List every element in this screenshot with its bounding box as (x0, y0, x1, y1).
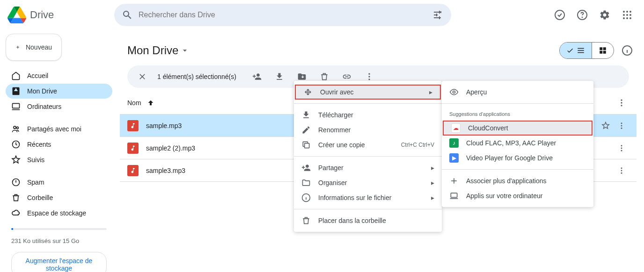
context-menu: Ouvrir avec ▸ Télécharger Renommer Créer… (294, 81, 442, 232)
settings-icon[interactable] (595, 6, 614, 24)
submenu-label: Associer plus d'applications (466, 177, 547, 185)
svg-point-36 (621, 100, 622, 101)
new-button[interactable]: Nouveau (6, 34, 62, 61)
clock-icon (11, 140, 21, 149)
home-icon (11, 71, 21, 80)
menu-download[interactable]: Télécharger (294, 107, 442, 122)
grid-view-button[interactable] (592, 43, 614, 58)
menu-open-with[interactable]: Ouvrir avec ▸ (295, 85, 441, 100)
sidebar-item-spam[interactable]: Spam (6, 175, 112, 190)
svg-rect-48 (305, 143, 309, 148)
spam-icon (11, 178, 21, 187)
offline-icon[interactable] (550, 6, 569, 24)
column-name[interactable]: Nom (127, 95, 300, 110)
sidebar-item-label: Partagés avec moi (27, 125, 81, 133)
menu-rename[interactable]: Renommer (294, 122, 442, 137)
apps-icon[interactable] (618, 6, 637, 24)
sidebar-item-computers[interactable]: Ordinateurs (6, 99, 112, 114)
edit-icon (301, 125, 311, 135)
main-header: Mon Drive (120, 34, 637, 65)
row-star-icon[interactable] (598, 118, 613, 133)
share-button[interactable] (248, 67, 266, 86)
submenu-label: Applis sur votre ordinateur (466, 192, 542, 200)
close-icon (138, 72, 147, 81)
audio-file-icon (127, 165, 139, 176)
breadcrumb[interactable]: Mon Drive (127, 44, 190, 57)
upgrade-button[interactable]: Augmenter l'espace de stockage (11, 252, 107, 272)
audio-file-icon (127, 143, 139, 154)
video-player-icon: ▶ (449, 153, 459, 163)
row-more-icon[interactable] (614, 163, 629, 178)
row-more-icon[interactable] (614, 141, 629, 156)
info-icon[interactable] (618, 41, 637, 60)
column-more-button[interactable] (614, 95, 629, 110)
header-icons (550, 6, 637, 24)
svg-rect-10 (438, 17, 441, 18)
svg-point-11 (555, 10, 564, 20)
svg-rect-23 (13, 103, 20, 108)
submenu-label: Video Player for Google Drive (466, 154, 553, 162)
arrow-up-icon (147, 99, 154, 107)
search-input[interactable] (139, 11, 427, 19)
drive-logo-icon (7, 6, 26, 24)
chevron-right-icon: ▸ (431, 194, 434, 201)
download-button[interactable] (270, 67, 289, 86)
download-icon (301, 110, 311, 120)
menu-label: Ouvrir avec (320, 88, 354, 96)
submenu-label: Cloud FLAC, MP3, AAC Player (466, 139, 556, 147)
menu-label: Informations sur le fichier (318, 194, 391, 201)
svg-point-37 (621, 102, 622, 103)
submenu-cloudconvert[interactable]: ☁ CloudConvert (443, 121, 593, 136)
menu-organize[interactable]: Organiser ▸ (294, 175, 442, 190)
svg-point-45 (621, 167, 622, 169)
list-view-button[interactable] (560, 43, 592, 58)
list-icon (577, 46, 585, 55)
sidebar-item-my-drive[interactable]: Mon Drive (6, 84, 112, 99)
sidebar-item-starred[interactable]: Suivis (6, 152, 112, 167)
star-icon (11, 155, 21, 165)
search-icon (122, 9, 133, 21)
menu-share[interactable]: Partager ▸ (294, 160, 442, 175)
view-toggle-group (559, 42, 614, 59)
close-selection-button[interactable] (133, 67, 152, 86)
menu-label: Partager (318, 164, 344, 172)
chevron-right-icon: ▸ (431, 179, 434, 186)
search-bar[interactable] (114, 4, 451, 26)
submenu-flac-player[interactable]: ♪ Cloud FLAC, MP3, AAC Player (442, 136, 593, 150)
menu-trash[interactable]: Placer dans la corbeille (294, 213, 442, 228)
sidebar-item-label: Mon Drive (27, 87, 57, 95)
svg-point-15 (626, 11, 628, 13)
svg-point-42 (621, 145, 622, 146)
logo-area[interactable]: Drive (7, 6, 110, 24)
sidebar: Nouveau Accueil Mon Drive Ordinateurs Pa… (0, 30, 120, 272)
submenu-video-player[interactable]: ▶ Video Player for Google Drive (442, 150, 593, 165)
submenu-preview[interactable]: Aperçu (442, 85, 593, 100)
file-name: sample2 (2).mp3 (146, 144, 300, 152)
submenu-apps-computer[interactable]: Applis sur votre ordinateur (442, 188, 593, 203)
search-options-icon[interactable] (432, 9, 444, 21)
svg-point-16 (629, 11, 631, 13)
menu-info[interactable]: Informations sur le fichier ▸ (294, 190, 442, 205)
sidebar-item-trash[interactable]: Corbeille (6, 190, 112, 205)
svg-point-38 (621, 105, 622, 106)
sidebar-item-recent[interactable]: Récents (6, 137, 112, 152)
file-name: sample3.mp3 (146, 167, 300, 174)
people-icon (301, 163, 311, 172)
menu-shortcut: Ctrl+C Ctrl+V (401, 142, 434, 148)
help-icon[interactable] (573, 6, 592, 24)
plus-icon (449, 176, 459, 186)
svg-point-39 (621, 122, 622, 124)
computer-icon (11, 102, 21, 111)
trash-icon (11, 193, 21, 202)
sidebar-item-label: Suivis (27, 156, 44, 164)
menu-divider (294, 103, 442, 104)
submenu-connect-apps[interactable]: Associer plus d'applications (442, 173, 593, 188)
menu-divider (294, 209, 442, 209)
sidebar-item-storage[interactable]: Espace de stockage (6, 206, 112, 221)
header: Drive (0, 0, 644, 30)
sidebar-item-home[interactable]: Accueil (6, 68, 112, 83)
menu-copy[interactable]: Créer une copie Ctrl+C Ctrl+V (294, 137, 442, 152)
sidebar-item-shared[interactable]: Partagés avec moi (6, 122, 112, 136)
row-more-icon[interactable] (614, 118, 629, 133)
svg-point-21 (626, 17, 628, 19)
